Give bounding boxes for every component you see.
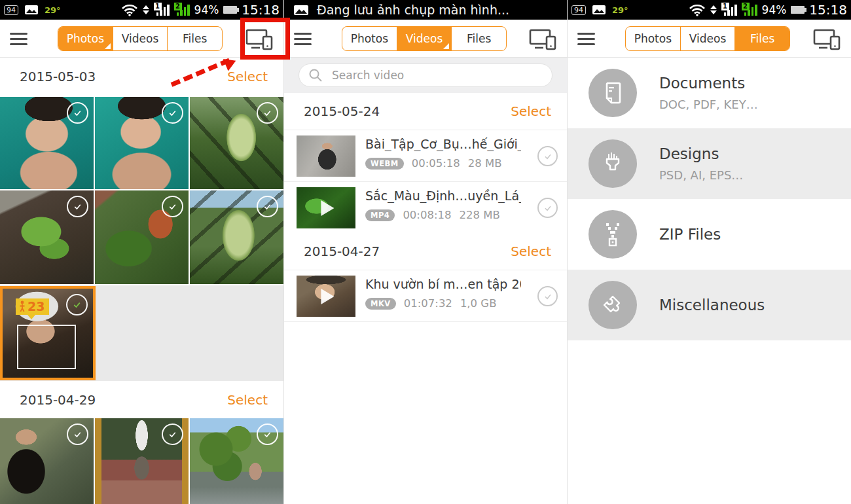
photo-thumbnail[interactable]	[190, 97, 283, 189]
video-title: Bài_Tập_Cơ_Bụ…hế_Giới_360p	[365, 137, 521, 151]
category-row-documents[interactable]: Documents DOC, PDF, KEY…	[568, 58, 851, 128]
notification-text: Đang lưu ảnh chụp màn hình...	[317, 3, 509, 17]
photo-select-checkbox[interactable]	[162, 102, 183, 124]
age-detection-tag: 23	[16, 298, 49, 315]
category-subtitle: PSD, AI, EPS…	[659, 168, 743, 182]
video-title: Sắc_Màu_Định…uyền_Lá_MUX	[365, 189, 521, 203]
video-select-checkbox[interactable]	[537, 146, 558, 166]
date-section-header: 2015-05-24 Select	[284, 93, 567, 130]
menu-icon[interactable]	[294, 33, 312, 45]
connected-devices-icon[interactable]	[813, 28, 842, 50]
select-link[interactable]: Select	[511, 103, 551, 119]
photo-select-checkbox[interactable]	[67, 423, 88, 445]
tab-files[interactable]: Files	[452, 27, 506, 50]
signal-sim2-icon: 2	[174, 3, 190, 17]
zip-icon	[588, 210, 637, 259]
files-screen: 94 29° 1 2 94% 15:18 Photos Videos Files	[567, 0, 851, 504]
date-section-header: 2015-05-03 Select	[0, 58, 283, 95]
face-detection-box	[17, 325, 76, 369]
photo-thumbnail[interactable]	[95, 190, 189, 284]
video-thumbnail	[297, 276, 355, 317]
tab-files[interactable]: Files	[168, 27, 222, 50]
photo-thumbnail[interactable]	[0, 97, 94, 189]
search-input[interactable]	[332, 69, 543, 82]
battery-level-icon: 94	[571, 5, 586, 15]
video-duration: 01:07:32	[404, 297, 452, 310]
signal-sim1-icon: 1	[721, 3, 737, 17]
app-header: Photos Videos Files	[568, 20, 851, 58]
wifi-icon	[121, 3, 138, 16]
date-label: 2015-04-29	[20, 392, 96, 408]
video-size: 228 MB	[459, 209, 499, 221]
tab-photos[interactable]: Photos	[58, 27, 113, 50]
video-duration: 00:08:18	[403, 209, 451, 221]
tab-bar: Photos Videos Files	[342, 26, 507, 51]
video-select-checkbox[interactable]	[537, 286, 558, 306]
active-tab-corner-icon	[443, 43, 449, 49]
tab-files[interactable]: Files	[735, 27, 789, 50]
clock-label: 15:18	[809, 2, 847, 18]
photo-select-checkbox[interactable]	[257, 196, 278, 217]
gallery-icon	[293, 5, 309, 16]
photo-select-checkbox[interactable]	[162, 196, 183, 217]
battery-icon	[223, 6, 237, 14]
format-badge: MKV	[365, 298, 396, 310]
battery-percent-label: 94%	[762, 3, 787, 16]
video-list-item[interactable]: Bài_Tập_Cơ_Bụ…hế_Giới_360p WEBM 00:05:18…	[284, 130, 567, 182]
data-transfer-arrows-icon	[143, 5, 149, 14]
tab-photos[interactable]: Photos	[626, 27, 681, 50]
photo-select-checkbox[interactable]	[67, 102, 88, 124]
photo-thumbnail[interactable]	[95, 97, 189, 189]
tab-videos[interactable]: Videos	[113, 27, 168, 50]
tab-videos[interactable]: Videos	[397, 27, 452, 50]
menu-icon[interactable]	[577, 33, 595, 45]
tab-photos[interactable]: Photos	[342, 27, 397, 50]
document-icon	[588, 69, 637, 117]
app-header: Photos Videos Files	[284, 20, 567, 58]
category-row-zip[interactable]: ZIP Files	[568, 199, 851, 270]
battery-level-icon: 94	[4, 5, 18, 15]
select-link[interactable]: Select	[227, 69, 268, 84]
category-row-miscellaneous[interactable]: Miscellaneous	[568, 270, 851, 340]
photo-select-checkbox[interactable]	[67, 196, 88, 217]
menu-icon[interactable]	[10, 33, 27, 45]
photo-select-checkbox[interactable]	[257, 423, 278, 445]
video-select-checkbox[interactable]	[537, 198, 558, 218]
play-icon	[321, 200, 334, 216]
video-thumbnail	[297, 187, 355, 228]
video-duration: 00:05:18	[412, 157, 460, 170]
connected-devices-icon[interactable]	[245, 28, 274, 50]
videos-screen: Đang lưu ảnh chụp màn hình... Photos Vid…	[283, 0, 567, 504]
category-title: Documents	[659, 75, 758, 92]
brush-icon	[588, 139, 637, 188]
tab-videos[interactable]: Videos	[681, 27, 736, 50]
signal-sim2-icon: 2	[742, 3, 757, 17]
photo-thumbnail[interactable]	[0, 190, 94, 284]
category-title: Miscellaneous	[659, 297, 765, 314]
photo-thumbnail[interactable]	[190, 190, 283, 284]
photo-thumbnail[interactable]	[95, 418, 189, 504]
video-thumbnail	[297, 135, 355, 177]
category-subtitle: DOC, PDF, KEY…	[659, 98, 758, 111]
connected-devices-icon[interactable]	[529, 28, 558, 50]
category-row-designs[interactable]: Designs PSD, AI, EPS…	[568, 128, 851, 199]
search-box[interactable]	[299, 63, 552, 87]
tab-bar: Photos Videos Files	[625, 26, 790, 51]
photo-select-checkbox[interactable]	[162, 423, 183, 445]
photo-thumbnail-selected[interactable]: 23	[0, 286, 96, 380]
video-list-item[interactable]: Sắc_Màu_Định…uyền_Lá_MUX MP4 00:08:18 22…	[284, 182, 567, 234]
tab-bar: Photos Videos Files	[58, 26, 223, 51]
photo-select-checkbox-checked[interactable]	[66, 294, 88, 315]
format-badge: MP4	[365, 209, 395, 221]
category-title: ZIP Files	[659, 226, 721, 243]
select-link[interactable]: Select	[511, 243, 551, 259]
video-list-item[interactable]: Khu vườn bí m…en tập 20-End MKV 01:07:32…	[284, 270, 567, 322]
play-icon	[321, 289, 334, 304]
photo-thumbnail[interactable]	[190, 418, 283, 504]
data-transfer-arrows-icon	[710, 5, 717, 14]
photos-screen: 94 29° 1 2 94% 15:18 Photos Videos Files	[0, 0, 283, 504]
select-link[interactable]: Select	[227, 392, 268, 408]
photo-select-checkbox[interactable]	[257, 102, 278, 124]
gallery-icon	[592, 5, 606, 15]
photo-thumbnail[interactable]	[0, 418, 94, 504]
